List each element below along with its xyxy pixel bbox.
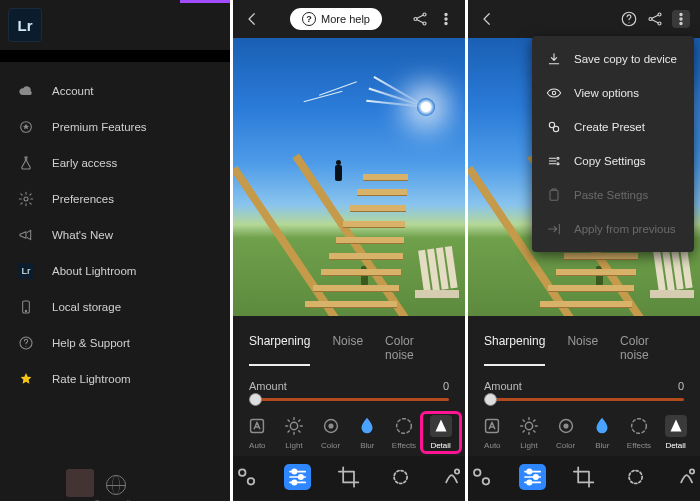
tool-label: Effects	[627, 441, 651, 450]
tool-label: Color	[556, 441, 575, 450]
svg-point-37	[525, 422, 532, 429]
bs-heal[interactable]	[438, 464, 465, 490]
amount-label: Amount	[249, 380, 287, 392]
tool-detail[interactable]: Detail	[659, 415, 693, 450]
svg-point-33	[557, 157, 559, 159]
tool-label: Auto	[249, 441, 265, 450]
more-help-button[interactable]: ? More help	[290, 8, 382, 30]
tab-color-noise[interactable]: Color noise	[385, 330, 427, 366]
bs-crop[interactable]	[335, 464, 362, 490]
detail-tabs: Sharpening Noise Color noise	[233, 316, 465, 372]
menu-view-options[interactable]: View options	[532, 76, 694, 110]
svg-point-15	[397, 419, 412, 434]
slider-thumb[interactable]	[484, 393, 497, 406]
copy-icon	[546, 153, 562, 169]
sidebar-item-premium[interactable]: Premium Features	[0, 112, 230, 142]
sidebar-item-whats-new[interactable]: What's New	[0, 220, 230, 250]
menu-create-preset[interactable]: Create Preset	[532, 110, 694, 144]
svg-point-42	[483, 478, 490, 485]
slider-track[interactable]	[484, 398, 684, 401]
bs-crop[interactable]	[570, 464, 597, 490]
svg-point-28	[680, 18, 682, 20]
more-help-label: More help	[321, 13, 370, 25]
svg-point-17	[248, 478, 255, 485]
bs-heal[interactable]	[673, 464, 700, 490]
svg-point-10	[445, 22, 447, 24]
tool-label: Light	[520, 441, 537, 450]
tool-effects[interactable]: Effects	[622, 415, 656, 450]
community-button[interactable]: Community	[106, 475, 126, 497]
bs-edit[interactable]	[519, 464, 546, 490]
slider-track[interactable]	[249, 398, 449, 401]
back-icon[interactable]	[243, 10, 261, 28]
sidebar-item-label: Rate Lightroom	[52, 373, 131, 385]
svg-point-34	[557, 163, 559, 165]
svg-point-22	[455, 469, 459, 473]
svg-point-30	[552, 91, 555, 94]
tool-label: Auto	[484, 441, 500, 450]
sidebar-item-help[interactable]: Help & Support	[0, 328, 230, 358]
sidebar-item-account[interactable]: Account	[0, 76, 230, 106]
menu-save-copy[interactable]: Save copy to device	[532, 42, 694, 76]
bs-presets[interactable]	[468, 464, 495, 490]
tab-noise[interactable]: Noise	[567, 330, 598, 366]
kebab-icon[interactable]	[672, 10, 690, 28]
phone-panel-left: ? More help Sharpening Noise Colo	[233, 0, 465, 501]
back-icon[interactable]	[478, 10, 496, 28]
menu-apply-previous: Apply from previous	[532, 212, 694, 246]
menu-label: Save copy to device	[574, 53, 677, 65]
tab-sharpening[interactable]: Sharpening	[484, 330, 545, 366]
svg-point-39	[564, 424, 568, 428]
tool-blur[interactable]: Blur	[350, 415, 384, 450]
sidebar-item-preferences[interactable]: Preferences	[0, 184, 230, 214]
bs-mask[interactable]	[387, 464, 414, 490]
svg-point-8	[445, 13, 447, 15]
phone-icon	[18, 299, 34, 315]
bs-edit[interactable]	[284, 464, 311, 490]
bs-presets[interactable]	[233, 464, 260, 490]
tool-light[interactable]: Light	[277, 415, 311, 450]
tool-detail[interactable]: Detail	[424, 415, 458, 450]
phone-topbar	[468, 0, 700, 38]
amount-value: 0	[678, 380, 684, 392]
bs-mask[interactable]	[622, 464, 649, 490]
sidebar-item-rate[interactable]: Rate Lightroom	[0, 364, 230, 394]
sidebar-item-local-storage[interactable]: Local storage	[0, 292, 230, 322]
tool-blur[interactable]: Blur	[585, 415, 619, 450]
sidebar-item-label: Preferences	[52, 193, 114, 205]
share-icon[interactable]	[646, 10, 664, 28]
tab-color-noise[interactable]: Color noise	[620, 330, 662, 366]
sidebar-item-about[interactable]: Lr About Lightroom	[0, 256, 230, 286]
star-icon	[18, 371, 34, 387]
photo-preview[interactable]	[233, 38, 465, 316]
tool-auto[interactable]: Auto	[475, 415, 509, 450]
tool-auto[interactable]: Auto	[240, 415, 274, 450]
sidebar-item-label: Premium Features	[52, 121, 147, 133]
tool-light[interactable]: Light	[512, 415, 546, 450]
avatar[interactable]	[66, 469, 94, 497]
tool-color[interactable]: Color	[314, 415, 348, 450]
tab-noise[interactable]: Noise	[332, 330, 363, 366]
tool-effects[interactable]: Effects	[387, 415, 421, 450]
tool-label: Light	[285, 441, 302, 450]
menu-copy-settings[interactable]: Copy Settings	[532, 144, 694, 178]
tool-color[interactable]: Color	[549, 415, 583, 450]
bottom-strip	[468, 456, 700, 500]
share-icon[interactable]	[411, 10, 429, 28]
accent-bar	[180, 0, 230, 3]
detail-icon	[665, 415, 687, 437]
tab-sharpening[interactable]: Sharpening	[249, 330, 310, 366]
sidebar-menu: Account Premium Features Early access Pr…	[0, 76, 230, 394]
help-icon: ?	[302, 12, 316, 26]
flask-icon	[18, 155, 34, 171]
svg-point-14	[329, 424, 333, 428]
help-icon[interactable]	[620, 10, 638, 28]
sidebar-item-label: Help & Support	[52, 337, 130, 349]
apply-icon	[546, 221, 562, 237]
tool-label: Detail	[665, 441, 685, 450]
kebab-icon[interactable]	[437, 10, 455, 28]
sidebar-item-early-access[interactable]: Early access	[0, 148, 230, 178]
amount-slider: Amount 0	[468, 372, 700, 405]
blur-icon	[356, 415, 378, 437]
slider-thumb[interactable]	[249, 393, 262, 406]
